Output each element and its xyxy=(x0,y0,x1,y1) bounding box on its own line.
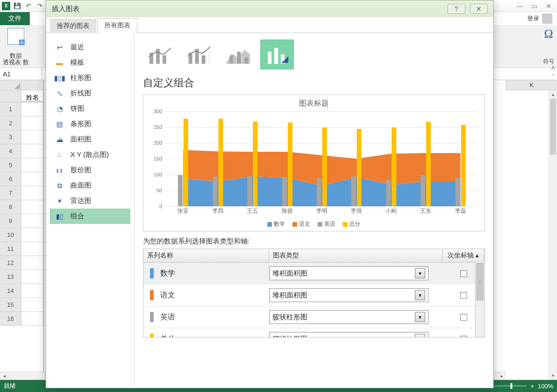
svg-rect-10 xyxy=(245,57,248,64)
legend-label: 数学 xyxy=(274,221,285,227)
category-templates[interactable]: ▬模板 xyxy=(50,55,130,70)
dropdown-icon: ▼ xyxy=(415,268,425,278)
secondary-axis-checkbox-english[interactable] xyxy=(460,314,467,321)
zoom-level[interactable]: 100% xyxy=(538,383,553,390)
svg-rect-8 xyxy=(230,55,233,64)
ribbon-group-symbol[interactable]: Ω 符号 xyxy=(543,27,554,66)
chart-type-select-total[interactable]: 簇状柱形图▼ xyxy=(269,332,428,337)
chart-type-select-chinese[interactable]: 堆积面积图▼ xyxy=(269,288,428,302)
combo-subtype-1[interactable] xyxy=(143,40,177,69)
radar-chart-icon: ✶ xyxy=(54,197,65,205)
category-surface[interactable]: ⧉曲面图 xyxy=(50,178,130,193)
pivot-table-icon[interactable] xyxy=(7,28,24,45)
scroll-down-icon[interactable]: ▾ xyxy=(549,372,557,380)
column-header-K[interactable]: K xyxy=(506,80,557,90)
svg-rect-2 xyxy=(163,55,166,64)
stock-chart-icon: ⫾⫾ xyxy=(54,166,65,175)
category-combo[interactable]: ▮▯组合 xyxy=(50,209,130,224)
secondary-axis-checkbox-chinese[interactable] xyxy=(460,292,467,299)
category-scatter[interactable]: ∴X Y (散点图) xyxy=(50,147,130,162)
column-header-A[interactable] xyxy=(21,80,43,90)
insert-chart-dialog: 插入图表 ? ✕ 推荐的图表 所有图表 ↩最近 ▬模板 ▮▯▮柱形图 ⤡折线图 … xyxy=(46,0,494,388)
series-name: 总分 xyxy=(160,334,175,338)
select-all-corner[interactable] xyxy=(0,80,21,90)
combo-value: 堆积面积图 xyxy=(272,291,307,300)
category-area[interactable]: ⛰面积图 xyxy=(50,132,130,147)
category-radar[interactable]: ✶雷达图 xyxy=(50,193,130,209)
login-link[interactable]: 登录 xyxy=(527,14,539,23)
series-row-english[interactable]: 英语 簇状柱形图▼ xyxy=(143,306,484,328)
combo-subtype-2[interactable] xyxy=(182,40,216,69)
window-minimize-icon[interactable]: — xyxy=(516,2,523,10)
pivot-label-2: 透视表 数 xyxy=(3,59,29,66)
folder-icon: ▬ xyxy=(54,59,65,67)
category-stock[interactable]: ⫾⫾股价图 xyxy=(50,162,130,178)
combo-subtype-row xyxy=(143,40,485,69)
svg-rect-9 xyxy=(237,52,241,64)
zoom-in-icon[interactable]: + xyxy=(530,383,534,390)
chart-title: 图表标题 xyxy=(148,99,480,108)
category-bar[interactable]: ▤条形图 xyxy=(50,116,130,132)
dropdown-icon: ▼ xyxy=(415,290,425,300)
col-header-chart-type[interactable]: 图表类型 xyxy=(269,249,442,262)
chart-type-select-english[interactable]: 簇状柱形图▼ xyxy=(269,310,428,324)
series-row-chinese[interactable]: 语文 堆积面积图▼ xyxy=(143,284,484,306)
window-close-icon[interactable]: ✕ xyxy=(546,2,551,10)
scatter-chart-icon: ∴ xyxy=(54,151,65,159)
section-title: 自定义组合 xyxy=(143,76,485,90)
category-pie[interactable]: ◔饼图 xyxy=(50,101,130,116)
combo-subtype-custom[interactable] xyxy=(260,40,294,69)
avatar-icon[interactable] xyxy=(542,14,552,24)
ribbon-group-pivot[interactable]: 数据 透视表 数 xyxy=(3,27,29,66)
legend-swatch-english xyxy=(318,222,322,227)
series-row-total[interactable]: 总分 簇状柱形图▼ xyxy=(143,328,484,337)
save-icon[interactable]: 💾 xyxy=(13,2,21,10)
undo-icon[interactable]: ↶ xyxy=(24,2,33,10)
category-label: 最近 xyxy=(70,43,84,52)
dropdown-icon: ▼ xyxy=(415,334,425,337)
formula-expand-icon[interactable]: ⌄ xyxy=(551,71,555,77)
zoom-slider[interactable] xyxy=(494,385,527,387)
name-box[interactable]: A1 xyxy=(0,68,42,80)
dialog-titlebar: 插入图表 ? ✕ xyxy=(46,0,493,17)
tab-recommended-charts[interactable]: 推荐的图表 xyxy=(50,19,96,33)
scroll-right-icon[interactable]: ▸ xyxy=(497,372,506,380)
category-label: 折线图 xyxy=(70,89,91,98)
dialog-close-button[interactable]: ✕ xyxy=(470,4,488,14)
series-row-math[interactable]: 数学 堆积面积图▼ xyxy=(143,263,484,284)
svg-rect-12 xyxy=(274,48,278,64)
window-restore-icon[interactable]: ▭ xyxy=(531,2,537,10)
file-tab[interactable]: 文件 xyxy=(0,12,30,25)
series-color-chip xyxy=(150,334,154,337)
svg-rect-11 xyxy=(268,52,272,64)
scroll-left-icon[interactable]: ◂ xyxy=(0,372,8,380)
secondary-axis-checkbox-math[interactable] xyxy=(460,270,467,277)
redo-icon[interactable]: ↷ xyxy=(35,2,44,10)
scroll-thumb[interactable] xyxy=(476,263,483,300)
scroll-thumb[interactable] xyxy=(550,99,556,155)
omega-icon[interactable]: Ω xyxy=(544,27,553,41)
category-line[interactable]: ⤡折线图 xyxy=(50,86,130,101)
legend-label: 语文 xyxy=(299,221,310,227)
bar-chart-icon: ▤ xyxy=(54,120,65,128)
category-recent[interactable]: ↩最近 xyxy=(50,40,130,55)
series-color-chip xyxy=(150,268,154,278)
recent-icon: ↩ xyxy=(54,43,65,52)
dialog-help-button[interactable]: ? xyxy=(448,4,465,14)
col-header-series-name[interactable]: 系列名称 xyxy=(143,249,269,262)
col-header-secondary-axis[interactable]: 次坐标轴 ▴ xyxy=(442,249,484,262)
combo-subtype-3[interactable] xyxy=(221,40,255,69)
series-name: 英语 xyxy=(160,312,175,322)
scroll-up-icon[interactable]: ▴ xyxy=(549,90,557,99)
category-column[interactable]: ▮▯▮柱形图 xyxy=(50,70,130,86)
series-color-chip xyxy=(150,290,154,300)
legend-label: 英语 xyxy=(324,221,335,227)
sort-icon: ▴ xyxy=(475,251,479,259)
secondary-axis-checkbox-total[interactable] xyxy=(460,336,467,338)
series-table-scrollbar[interactable] xyxy=(475,262,484,337)
combo-value: 簇状柱形图 xyxy=(272,335,307,338)
chart-type-select-math[interactable]: 堆积面积图▼ xyxy=(269,266,428,280)
tab-all-charts[interactable]: 所有图表 xyxy=(97,18,137,33)
vertical-scrollbar[interactable]: ▴ ▾ xyxy=(549,90,557,380)
surface-chart-icon: ⧉ xyxy=(54,182,65,190)
